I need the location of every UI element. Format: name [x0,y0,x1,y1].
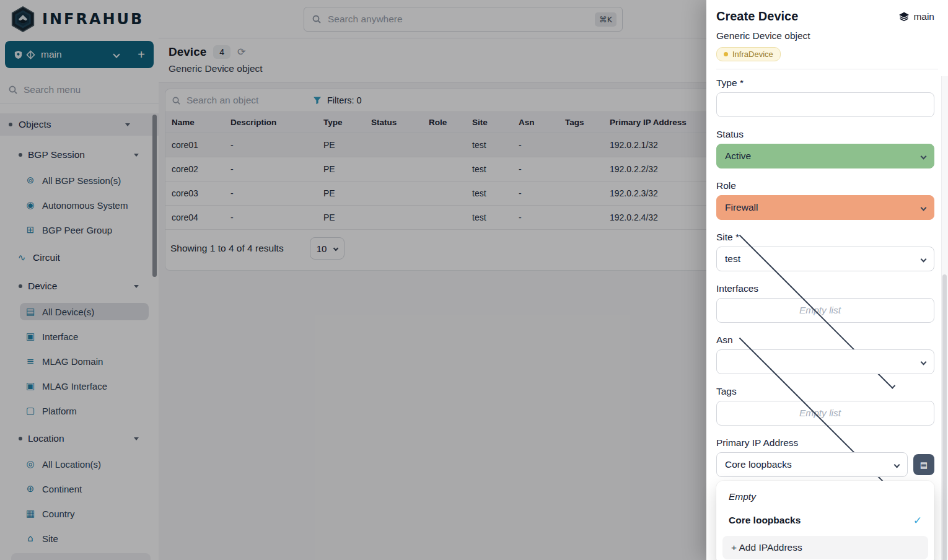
field-label: Status [716,129,934,140]
field-label: Role [716,180,934,191]
ip-pool-button[interactable]: ▤ [913,454,934,475]
chevron-down-icon [921,153,927,159]
field-label: Primary IP Address [716,437,934,448]
field-status: Status Active [716,129,934,168]
create-device-drawer: Create Device main Generic Device object… [706,0,948,560]
site-value: test [725,253,740,265]
field-asn: Asn [716,335,934,374]
primary-ip-select[interactable]: Core loopbacks [716,452,908,477]
field-label: Type * [716,77,934,89]
chevron-down-icon [921,204,927,211]
site-select[interactable]: test [716,247,934,271]
chevron-down-icon [894,462,900,468]
field-type: Type * [716,77,934,117]
role-select[interactable]: Firewall [716,195,934,220]
drawer-form: Type * Status Active Role Firewall Site … [706,69,948,560]
tags-select[interactable]: Empty list [716,401,934,426]
layers-icon [899,12,909,22]
field-primary-ip: Primary IP Address Core loopbacks ▤ [716,437,934,477]
chevron-down-icon [921,359,927,365]
add-ipaddress-button[interactable]: + Add IPAddress [722,536,928,559]
dropdown-option-core-loopbacks[interactable]: Core loopbacks ✓ [720,509,931,532]
type-input[interactable] [716,92,934,117]
primary-ip-dropdown: Empty Core loopbacks ✓ + Add IPAddress [716,481,934,560]
drawer-title: Create Device [716,9,798,24]
chevron-down-icon [921,256,927,262]
badge-dot-icon [724,52,728,56]
kind-badge-label: InfraDevice [732,50,773,59]
field-role: Role Firewall [716,180,934,220]
drawer-scrollbar-track[interactable] [941,76,948,560]
asn-select[interactable] [716,349,934,374]
status-value: Active [725,151,751,162]
drawer-branch-indicator: main [899,11,934,22]
field-label: Tags [716,386,934,397]
role-value: Firewall [725,202,758,213]
drawer-subtitle: Generic Device object [716,30,938,42]
drawer-header: Create Device main Generic Device object… [706,0,948,69]
dropdown-option-empty[interactable]: Empty [720,485,931,509]
drawer-scrollbar-thumb[interactable] [942,274,947,560]
list-icon: ▤ [920,460,928,470]
field-label: Interfaces [716,283,934,294]
drawer-branch-label: main [913,11,934,22]
interfaces-select[interactable]: Empty list [716,298,934,323]
field-interfaces: Interfaces Empty list [716,283,934,323]
primary-ip-value: Core loopbacks [725,459,792,470]
status-select[interactable]: Active [716,144,934,168]
dropdown-option-label: Core loopbacks [729,515,801,526]
check-icon: ✓ [913,514,922,527]
field-site: Site * test [716,232,934,271]
kind-badge: InfraDevice [716,47,781,61]
field-tags: Tags Empty list [716,386,934,426]
